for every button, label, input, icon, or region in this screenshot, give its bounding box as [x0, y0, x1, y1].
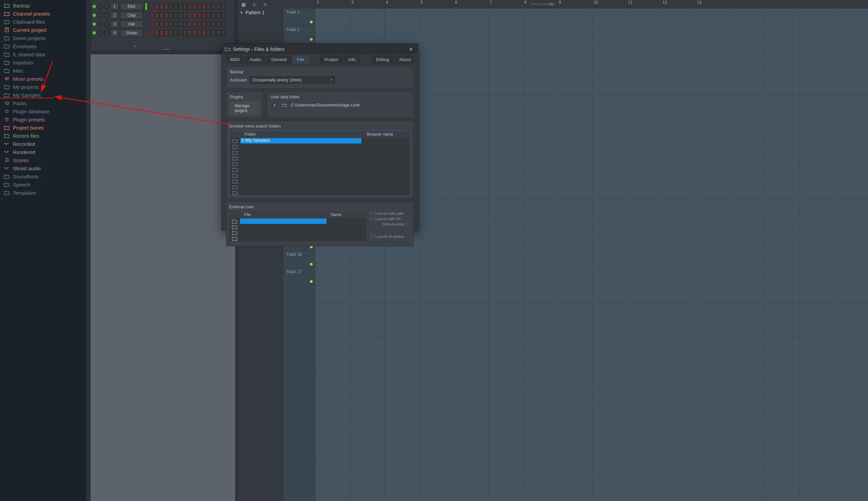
search-folder-row[interactable] [229, 161, 410, 167]
step-button[interactable] [221, 3, 225, 10]
step-button[interactable] [159, 21, 163, 27]
step-button[interactable] [155, 12, 159, 18]
vol-knob[interactable] [104, 21, 109, 27]
step-button[interactable] [207, 21, 211, 27]
step-button[interactable] [207, 12, 211, 18]
step-button[interactable] [169, 12, 173, 18]
step-button[interactable] [211, 21, 216, 27]
step-button[interactable] [178, 12, 182, 18]
step-button[interactable] [202, 3, 206, 10]
track-header[interactable]: Track 1 [283, 9, 315, 26]
step-button[interactable] [155, 30, 159, 36]
track-enable-dot[interactable] [310, 38, 313, 41]
search-folder-row[interactable]: E:\My Samples\ [229, 138, 410, 143]
search-folder-row[interactable] [229, 184, 410, 190]
step-button[interactable] [150, 21, 154, 27]
browser-item-scores[interactable]: Scores [0, 156, 86, 164]
step-button[interactable] [178, 30, 182, 36]
step-button[interactable] [164, 12, 168, 18]
search-folder-row[interactable] [229, 143, 410, 149]
browser-item-impulses[interactable]: Impulses [0, 58, 86, 66]
browser-item-backup[interactable]: Backup [0, 1, 86, 10]
browser-item-plugin-database[interactable]: Plugin database [0, 107, 86, 115]
step-button[interactable] [193, 21, 197, 27]
channel-name-button[interactable]: Clap [120, 12, 143, 19]
tab-about[interactable]: About [394, 55, 415, 64]
channel-led[interactable] [93, 32, 96, 34]
tab-file[interactable]: File [292, 55, 309, 64]
step-button[interactable] [197, 3, 202, 10]
step-button[interactable] [155, 21, 159, 27]
browser-item-rendered[interactable]: Rendered [0, 148, 86, 156]
search-folder-row[interactable] [229, 167, 410, 172]
tab-audio[interactable]: Audio [245, 55, 265, 64]
step-button[interactable] [150, 3, 154, 10]
browser-item-il-shared-data[interactable]: IL shared data [0, 50, 86, 58]
pan-knob[interactable] [97, 12, 102, 18]
autosave-dropdown[interactable]: Occasionally (every 10min) [250, 76, 335, 84]
manage-plugins-button[interactable]: Manage plugins [230, 102, 260, 115]
grid-tool-icon[interactable]: ▦ [238, 0, 249, 9]
browser-item-clipboard-files[interactable]: Clipboard files [0, 18, 86, 26]
browser-item-recorded[interactable]: Recorded [0, 140, 86, 148]
channel-number[interactable]: 2 [110, 12, 119, 19]
channel-number[interactable]: 1 [110, 3, 119, 10]
vol-knob[interactable] [104, 4, 109, 9]
step-button[interactable] [216, 30, 220, 36]
track-header[interactable]: Track 17 [283, 268, 315, 285]
step-button[interactable] [193, 3, 197, 10]
launch-file-radio[interactable]: Launch with file [370, 217, 410, 221]
step-button[interactable] [159, 3, 163, 10]
step-button[interactable] [150, 12, 154, 18]
step-button[interactable] [211, 12, 216, 18]
step-button[interactable] [159, 12, 163, 18]
step-button[interactable] [202, 30, 206, 36]
step-button[interactable] [174, 21, 178, 27]
step-button[interactable] [183, 3, 187, 10]
browser-item-soundfonts[interactable]: Soundfonts [0, 172, 86, 180]
browser-item-current-project[interactable]: Current project [0, 26, 86, 34]
velocity-bar[interactable] [145, 3, 147, 10]
step-button[interactable] [183, 30, 187, 36]
channel-led[interactable] [93, 14, 96, 17]
snap-tool-icon[interactable]: ⊹ [249, 0, 260, 9]
tab-info[interactable]: Info [344, 55, 360, 64]
search-folder-row[interactable] [229, 149, 410, 155]
step-button[interactable] [197, 21, 202, 27]
track-enable-dot[interactable] [310, 280, 313, 283]
step-button[interactable] [169, 21, 173, 27]
external-tool-row[interactable] [229, 235, 367, 241]
browser-item-demo-projects[interactable]: Demo projects [0, 34, 86, 42]
search-folder-row[interactable] [229, 172, 410, 178]
step-button[interactable] [197, 12, 202, 18]
search-folder-row[interactable] [229, 190, 410, 195]
step-button[interactable] [174, 30, 178, 36]
channel-name-button[interactable]: Hat [120, 20, 143, 28]
step-button[interactable] [164, 3, 168, 10]
external-tool-row[interactable] [229, 218, 367, 224]
tab-general[interactable]: General [267, 55, 292, 64]
step-button[interactable] [207, 30, 211, 36]
channel-led[interactable] [93, 5, 96, 8]
browser-item-templates[interactable]: Templates [0, 189, 86, 197]
browser-item-packs[interactable]: Packs [0, 99, 86, 107]
track-enable-dot[interactable] [310, 263, 313, 266]
step-button[interactable] [221, 12, 225, 18]
pan-knob[interactable] [97, 4, 102, 9]
step-button[interactable] [178, 21, 182, 27]
clear-path-button[interactable]: ✕ [271, 102, 278, 109]
track-header[interactable]: Track 2 [283, 26, 315, 43]
step-button[interactable] [178, 3, 182, 10]
step-button[interactable] [183, 21, 187, 27]
channel-number[interactable]: 4 [110, 29, 119, 36]
tab-project[interactable]: Project [320, 55, 343, 64]
channel-name-button[interactable]: Kick [120, 3, 143, 10]
browser-item-misc[interactable]: Misc [0, 66, 86, 75]
pan-knob[interactable] [97, 21, 102, 27]
default-editor-info[interactable]: Default editor [370, 222, 410, 226]
step-button[interactable] [202, 21, 206, 27]
step-button[interactable] [211, 30, 216, 36]
external-tool-row[interactable] [229, 224, 367, 230]
browser-item-recent-files[interactable]: Recent files [0, 131, 86, 140]
browser-item-project-bones[interactable]: Project bones [0, 124, 86, 131]
